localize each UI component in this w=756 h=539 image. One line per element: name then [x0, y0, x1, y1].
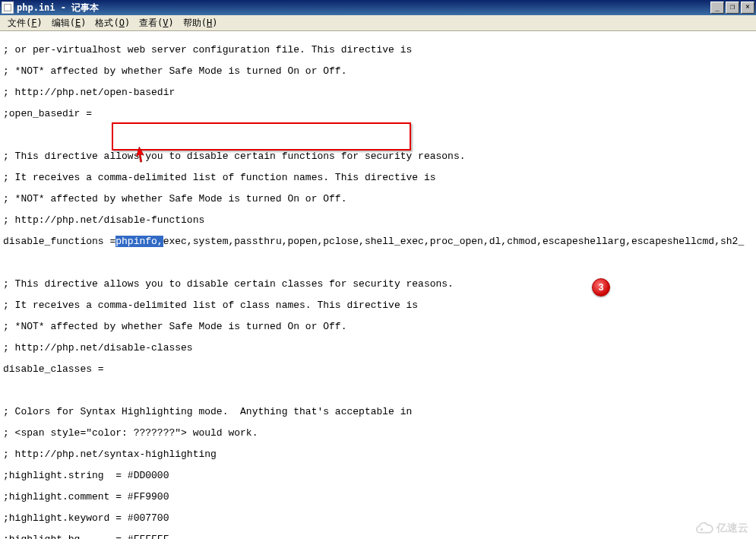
text-line[interactable]: disable_classes =	[3, 364, 756, 375]
text-line[interactable]: ;highlight.bg = #FFFFFF	[3, 534, 756, 539]
watermark: 亿速云	[692, 522, 748, 535]
text-line[interactable]: ; *NOT* affected by whether Safe Mode is…	[3, 322, 756, 332]
minimize-button[interactable]: _	[710, 2, 724, 14]
window-title: php.ini - 记事本	[17, 0, 99, 15]
text-line[interactable]: ; This directive allows you to disable c…	[3, 151, 756, 162]
watermark-text: 亿速云	[716, 522, 748, 535]
text-line[interactable]: ; http://php.net/disable-functions	[3, 215, 756, 226]
text-line[interactable]: disable_functions =phpinfo,exec,system,p…	[3, 236, 756, 247]
maximize-button[interactable]: ❐	[726, 2, 739, 14]
annotation-highlight-box	[112, 122, 411, 151]
text-editor-area[interactable]: ; or per-virtualhost web server configur…	[0, 31, 756, 539]
text-line[interactable]: ;highlight.keyword = #007700	[3, 513, 756, 524]
menu-view[interactable]: 查看(V)	[134, 15, 179, 31]
text-line[interactable]: ; http://php.net/open-basedir	[3, 87, 756, 98]
close-button[interactable]: ×	[741, 2, 754, 14]
text-line[interactable]: ;highlight.comment = #FF9900	[3, 492, 756, 503]
menu-edit[interactable]: 编辑(E)	[47, 15, 91, 31]
text-line[interactable]: ; *NOT* affected by whether Safe Mode is…	[3, 194, 756, 205]
file-content[interactable]: ; or per-virtualhost web server configur…	[3, 34, 756, 539]
menu-format[interactable]: 格式(O)	[90, 15, 134, 31]
text-line[interactable]: ;open_basedir =	[3, 109, 756, 119]
menu-file[interactable]: 文件(F)	[3, 15, 47, 31]
text-line[interactable]: ; This directive allows you to disable c…	[3, 279, 756, 290]
notepad-app-icon	[2, 2, 14, 14]
selected-text[interactable]: phpinfo,	[115, 236, 163, 247]
text-line[interactable]: ; It receives a comma-delimited list of …	[3, 300, 756, 311]
text-line[interactable]: ; http://php.net/disable-classes	[3, 343, 756, 354]
text-line[interactable]: ; It receives a comma-delimited list of …	[3, 173, 756, 183]
text-line[interactable]: ; <span style="color: ???????"> would wo…	[3, 428, 756, 439]
text-line[interactable]: ; or per-virtualhost web server configur…	[3, 45, 756, 55]
text-line[interactable]: ; http://php.net/syntax-highlighting	[3, 449, 756, 460]
text-line[interactable]	[3, 385, 756, 396]
text-line[interactable]: ; *NOT* affected by whether Safe Mode is…	[3, 66, 756, 77]
menu-bar: 文件(F) 编辑(E) 格式(O) 查看(V) 帮助(H)	[0, 15, 756, 31]
text-line[interactable]: ;highlight.string = #DD0000	[3, 471, 756, 481]
window-titlebar: php.ini - 记事本 _ ❐ ×	[0, 0, 756, 15]
menu-help[interactable]: 帮助(H)	[179, 15, 223, 31]
annotation-step-badge: 3	[592, 278, 610, 296]
text-line[interactable]	[3, 258, 756, 268]
svg-point-0	[701, 528, 703, 531]
text-line[interactable]: ; Colors for Syntax Highlighting mode. A…	[3, 407, 756, 417]
